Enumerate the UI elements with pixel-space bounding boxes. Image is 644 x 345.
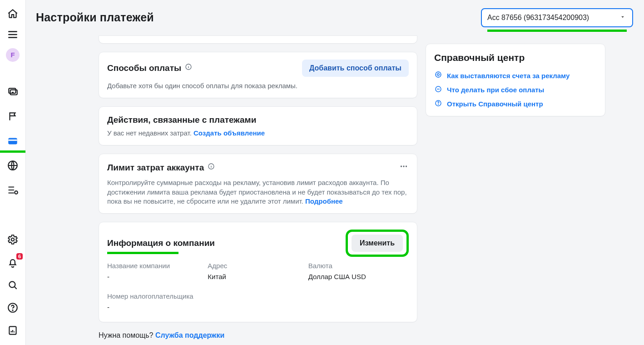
search-icon[interactable] <box>5 278 20 292</box>
info-icon[interactable] <box>208 163 215 172</box>
create-ad-link[interactable]: Создать объявление <box>193 129 265 137</box>
payment-actions-sub: У вас нет недавних затрат. Создать объяв… <box>107 129 409 138</box>
address-value: Китай <box>208 272 308 281</box>
help-link[interactable]: Открыть Справочный центр <box>447 100 543 109</box>
help-link[interactable]: Что делать при сбое оплаты <box>447 85 544 95</box>
report-icon[interactable] <box>5 323 20 338</box>
payment-methods-card: Способы оплаты Добавить способ оплаты До… <box>99 52 417 98</box>
chevron-down-icon <box>619 13 626 23</box>
payment-actions-title: Действия, связанные с платежами <box>107 114 409 126</box>
svg-point-16 <box>436 72 441 77</box>
support-link[interactable]: Служба поддержки <box>155 331 224 339</box>
info-icon[interactable] <box>185 63 192 73</box>
minus-circle-icon <box>434 85 442 95</box>
question-circle-icon <box>434 99 442 110</box>
page-title: Настройки платежей <box>36 10 154 25</box>
business-info-title: Информация о компании <box>107 237 215 249</box>
home-icon[interactable] <box>5 6 20 21</box>
help-link[interactable]: Как выставляются счета за рекламу <box>447 71 570 80</box>
svg-point-13 <box>401 165 402 167</box>
account-selected-value: Acc 87656 (963173454200903) <box>487 13 589 23</box>
flag-icon[interactable] <box>5 109 20 124</box>
spend-limit-desc: Контролируйте суммарные расходы на рекла… <box>107 178 409 206</box>
footer-help: Нужна помощь? Служба поддержки <box>99 330 417 340</box>
svg-point-15 <box>406 165 407 167</box>
help-item-billing[interactable]: Как выставляются счета за рекламу <box>434 70 597 81</box>
svg-point-14 <box>403 165 404 167</box>
page: Настройки платежей Acc 87656 (9631734542… <box>26 0 644 345</box>
notification-badge: 6 <box>16 253 23 260</box>
spend-limit-title: Лимит затрат аккаунта <box>107 162 204 174</box>
edit-highlight-box: Изменить <box>346 230 409 257</box>
company-name-value: - <box>107 272 208 281</box>
svg-point-9 <box>12 310 13 310</box>
billing-icon <box>434 70 442 81</box>
svg-point-7 <box>9 281 15 287</box>
help-icon[interactable] <box>5 300 20 315</box>
more-icon[interactable] <box>399 161 409 174</box>
svg-point-20 <box>438 104 439 105</box>
payment-methods-title: Способы оплаты <box>107 62 181 74</box>
menu-icon[interactable] <box>5 27 20 42</box>
left-rail: F 6 <box>0 0 26 345</box>
currency-value: Доллар США USD <box>308 272 409 281</box>
svg-rect-3 <box>8 140 17 141</box>
company-name-label: Название компании <box>107 261 208 270</box>
account-dropdown[interactable]: Acc 87656 (963173454200903) <box>481 8 633 27</box>
help-item-open-center[interactable]: Открыть Справочный центр <box>434 99 597 110</box>
learn-more-link[interactable]: Подробнее <box>305 197 343 205</box>
tax-value: - <box>107 303 208 312</box>
bell-icon[interactable]: 6 <box>5 255 20 270</box>
payment-actions-card: Действия, связанные с платежами У вас не… <box>99 106 417 145</box>
svg-rect-2 <box>8 138 17 145</box>
payment-methods-sub: Добавьте хотя бы один способ оплаты для … <box>107 81 409 90</box>
svg-point-6 <box>11 238 15 241</box>
help-center-title: Справочный центр <box>434 51 597 64</box>
settings-lines-icon[interactable] <box>5 183 20 197</box>
gear-icon[interactable] <box>5 232 20 247</box>
stack-icon[interactable] <box>5 85 20 99</box>
edit-button[interactable]: Изменить <box>352 235 403 252</box>
add-payment-method-button[interactable]: Добавить способ оплаты <box>302 60 409 77</box>
card-icon[interactable] <box>5 134 20 148</box>
spend-limit-card: Лимит затрат аккаунта Контролируйте сумм… <box>99 154 417 214</box>
help-center-card: Справочный центр Как выставляются счета … <box>426 44 605 116</box>
avatar[interactable]: F <box>6 48 20 62</box>
currency-label: Валюта <box>308 261 409 270</box>
business-info-card: Информация о компании Изменить Название … <box>99 222 417 322</box>
tax-label: Номер налогоплательщика <box>107 292 208 301</box>
previous-card-stub <box>99 35 417 44</box>
svg-point-17 <box>437 74 440 76</box>
address-label: Адрес <box>208 261 308 270</box>
help-item-failure[interactable]: Что делать при сбое оплаты <box>434 85 597 95</box>
globe-icon[interactable] <box>5 158 20 173</box>
